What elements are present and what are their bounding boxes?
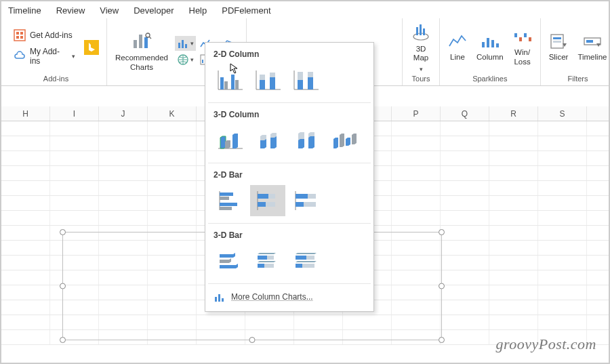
group-addins-label: Add-ins (11, 75, 101, 84)
group-addins: Get Add-ins My Add-ins ▾ Add-ins (5, 18, 107, 85)
tab-help[interactable]: Help (189, 5, 207, 16)
my-addins-button[interactable]: My Add-ins ▾ (11, 45, 78, 67)
column-chart-icon (214, 291, 226, 303)
svg-rect-23 (420, 24, 422, 35)
timeline-button[interactable]: Timeline (575, 31, 609, 63)
3d-map-button[interactable]: 3D Map ▾ (408, 20, 434, 74)
stacked-bar-2d[interactable] (250, 185, 285, 216)
stacked-column-2d[interactable] (250, 64, 285, 96)
recommended-charts-button[interactable]: Recommended Charts (113, 29, 171, 73)
sparkline-winloss-button[interactable]: Win/ Loss (510, 26, 535, 67)
tab-pdfelement[interactable]: PDFelement (222, 5, 270, 16)
svg-rect-5 (84, 40, 99, 55)
resize-handle[interactable] (60, 229, 66, 235)
chevron-down-icon: ▾ (190, 56, 194, 63)
watermark: groovyPost.com (495, 336, 596, 353)
maps-dropdown[interactable]: ▾ (175, 52, 196, 67)
svg-rect-30 (519, 37, 522, 41)
svg-rect-12 (182, 40, 184, 48)
3d-map-label: 3D Map (413, 45, 428, 62)
svg-rect-46 (260, 80, 265, 89)
sparkline-column-button[interactable]: Column (474, 31, 506, 63)
resize-handle[interactable] (439, 337, 445, 343)
ribbon-tabs: Timeline Review View Developer Help PDFe… (1, 1, 609, 18)
svg-rect-4 (20, 36, 23, 39)
menu-section-2d-bar: 2-D Bar (205, 163, 373, 184)
col-header[interactable]: Q (441, 106, 489, 121)
svg-rect-48 (270, 77, 275, 89)
svg-rect-53 (298, 80, 303, 89)
100-stacked-column-2d[interactable] (288, 64, 323, 96)
recommended-charts-icon (131, 31, 152, 51)
col-header[interactable] (587, 106, 610, 121)
svg-rect-22 (416, 27, 418, 35)
col-header[interactable]: P (392, 106, 441, 121)
tab-developer[interactable]: Developer (134, 5, 174, 16)
recommended-charts-label: Recommended Charts (115, 54, 168, 71)
svg-rect-34 (553, 37, 561, 39)
100-stacked-bar-3d[interactable] (288, 245, 323, 277)
timeline-icon (583, 33, 602, 50)
resize-handle[interactable] (60, 337, 66, 343)
svg-rect-7 (139, 35, 142, 48)
slicer-button[interactable]: Slicer (546, 31, 571, 63)
group-sparklines: Line Column Win/ Loss Sparklines (440, 18, 541, 85)
stacked-bar-3d[interactable] (250, 245, 285, 277)
svg-rect-29 (514, 33, 517, 37)
bing-icon (84, 40, 99, 55)
col-header[interactable]: I (50, 106, 99, 121)
col-header[interactable]: J (99, 106, 148, 121)
col-header[interactable]: R (489, 106, 538, 121)
sparkline-line-button[interactable]: Line (445, 31, 470, 63)
svg-rect-31 (524, 33, 527, 37)
tab-timeline[interactable]: Timeline (8, 5, 41, 16)
3d-map-icon (411, 22, 431, 42)
slicer-icon (549, 33, 568, 50)
100-stacked-column-3d[interactable] (288, 125, 323, 156)
clustered-bar-3d[interactable] (212, 245, 247, 277)
svg-rect-40 (220, 77, 224, 89)
col-header[interactable]: K (148, 106, 197, 121)
sparkline-line-label: Line (450, 53, 465, 62)
stacked-column-3d[interactable] (250, 125, 285, 156)
more-column-charts[interactable]: More Column Charts... (205, 284, 373, 308)
clustered-bar-2d[interactable] (212, 185, 247, 216)
bing-maps-button[interactable] (82, 39, 101, 56)
svg-rect-58 (220, 197, 229, 200)
sparkline-column-icon (481, 33, 500, 50)
sparkline-winloss-label: Win/ Loss (514, 48, 530, 66)
col-header[interactable]: S (538, 106, 587, 121)
resize-handle[interactable] (249, 337, 256, 343)
svg-rect-32 (529, 37, 531, 41)
resize-handle[interactable] (439, 283, 445, 289)
3d-column[interactable] (326, 125, 361, 156)
resize-handle[interactable] (439, 229, 445, 235)
chevron-down-icon: ▾ (72, 53, 75, 60)
svg-rect-63 (268, 194, 275, 199)
svg-rect-24 (423, 28, 425, 35)
store-icon (14, 29, 26, 41)
resize-handle[interactable] (60, 283, 66, 289)
cloud-icon (14, 50, 26, 62)
col-header[interactable]: H (1, 106, 50, 121)
svg-rect-62 (258, 194, 268, 199)
column-chart-dropdown[interactable]: ▾ (175, 36, 196, 51)
svg-rect-59 (220, 203, 237, 206)
svg-rect-64 (258, 202, 266, 207)
svg-rect-37 (586, 40, 593, 43)
group-sparklines-label: Sparklines (445, 75, 535, 84)
100-stacked-bar-2d[interactable] (288, 185, 323, 216)
clustered-column-2d[interactable] (212, 64, 247, 96)
group-tours: 3D Map ▾ Tours (403, 18, 440, 85)
more-column-charts-label: More Column Charts... (231, 292, 313, 302)
svg-rect-65 (266, 202, 275, 207)
clustered-column-3d[interactable] (212, 125, 247, 156)
svg-rect-28 (496, 43, 499, 47)
get-addins-button[interactable]: Get Add-ins (11, 28, 78, 43)
tab-view[interactable]: View (100, 5, 119, 16)
svg-rect-35 (553, 41, 561, 43)
tab-review[interactable]: Review (56, 5, 85, 16)
menu-section-3d-bar: 3-D Bar (205, 224, 373, 244)
chevron-down-icon: ▾ (420, 66, 423, 73)
svg-rect-68 (296, 194, 308, 199)
